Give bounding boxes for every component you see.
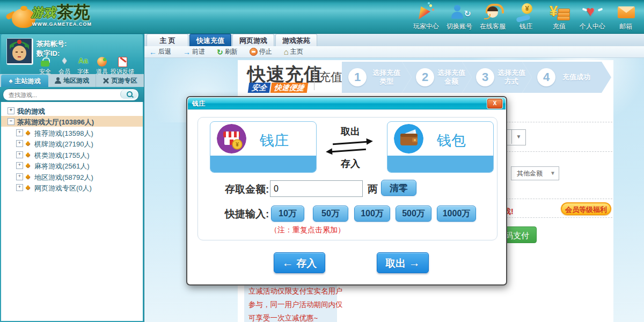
collapse-icon[interactable]: − [8, 118, 14, 125]
expand-icon[interactable]: + [8, 107, 14, 114]
step-2: 2 选择充值金额 [402, 62, 472, 93]
expand-icon[interactable]: + [16, 173, 23, 180]
crossed-swords-icon [103, 77, 109, 84]
item-bag-icon [96, 56, 108, 67]
tree-item-chess-card[interactable]: + ♣ 棋牌游戏(27190人) [1, 138, 143, 149]
dialog-title: 钱庄 [192, 99, 205, 108]
search-icon [127, 91, 133, 97]
font-icon: Aa [77, 56, 89, 67]
tree-item-recommended[interactable]: + ♣ 推荐游戏(13598人) [1, 127, 143, 138]
game-tree: + 我的游戏 − 茶苑游戏大厅(103896人) + ♣ 推荐游戏(13598人… [1, 102, 143, 321]
diamond-icon: ♦ [58, 56, 70, 67]
wallet-card[interactable]: 钱包 [387, 121, 494, 173]
header-nav: 玩家中心 ↻ 切换账号 在线客服 ¥ 钱庄 ¥ [409, 2, 642, 32]
quick-input-label: 快捷输入: [225, 207, 269, 221]
expand-icon[interactable]: + [16, 162, 23, 169]
sidebar-tabs: ♠主站游戏 地区游戏 页游专区 [0, 74, 144, 87]
quick-amount-button[interactable]: 10万 [271, 206, 304, 222]
lock-icon [39, 56, 51, 67]
logo-tagline: WWW.GAMETEA.COM [32, 21, 92, 27]
arrow-left-icon [332, 149, 366, 152]
amount-input[interactable] [270, 180, 363, 197]
deposit-direction-label: 存入 [341, 157, 360, 170]
tab-web-games[interactable]: 网页游戏 [232, 34, 274, 47]
banner-section-label: 充值 [319, 69, 342, 85]
avatar[interactable] [6, 38, 33, 65]
search-strip [0, 87, 144, 102]
nav-switch-account[interactable]: ↻ 切换账号 [443, 2, 476, 32]
logo-text-2: 茶苑 [57, 1, 90, 24]
arrow-right-icon [333, 141, 367, 145]
search-input[interactable] [8, 90, 117, 100]
forward-button[interactable]: → 前进 [183, 47, 205, 56]
banner-badge-fast: 快速便捷 [270, 83, 309, 93]
sidebar-tab-web-games[interactable]: 页游专区 [96, 75, 143, 87]
tree-item-webgame-zone[interactable]: + ♣ 网页游戏专区(0人) [1, 182, 143, 193]
nav-player-center[interactable]: 玩家中心 [409, 2, 443, 32]
back-button[interactable]: ← 后退 [149, 47, 171, 56]
account-label: 茶苑帐号: [36, 39, 67, 49]
banner-divider [314, 65, 314, 90]
withdraw-direction-label: 取出 [341, 125, 360, 138]
wallet-icon [394, 124, 423, 153]
other-amount-select[interactable]: 其他金额 ▼ [511, 166, 559, 180]
tree-item-game-hall[interactable]: − 茶苑游戏大厅(103896人) [1, 116, 143, 127]
stop-icon [250, 48, 258, 56]
nav-bank[interactable]: ¥ 钱庄 [509, 2, 543, 32]
dialog-titlebar[interactable]: 钱庄 X [188, 98, 506, 109]
arrow-right-icon: → [409, 257, 420, 269]
club-icon: ♣ [26, 139, 31, 147]
dialog-body-panel: ¥ 钱庄 取出 存入 钱包 [197, 117, 497, 240]
unit-label: 两 [368, 182, 378, 196]
vip-benefit-badge[interactable]: 会员等级福利 [561, 202, 611, 215]
search-box [3, 89, 139, 101]
step-4: 4 充值成功 [522, 62, 611, 93]
amount-label: 存取金额: [225, 182, 269, 196]
bank-dialog: 钱庄 X ¥ 钱庄 取出 存入 [186, 96, 507, 286]
tab-quick-recharge[interactable]: 快速充值 [189, 34, 231, 47]
tree-item-chess[interactable]: + ♣ 棋类游戏(1755人) [1, 149, 143, 160]
tree-item-mahjong[interactable]: + ♣ 麻将游戏(2561人) [1, 160, 143, 171]
expand-icon[interactable]: + [16, 140, 23, 147]
chevron-down-icon: ▼ [550, 167, 555, 180]
sidebar-tab-main-games[interactable]: ♠主站游戏 [1, 75, 48, 87]
user-panel: 茶苑帐号: 数字ID: 安全 ♦ 会员 Aa 字体 道具 投诉反馈 [1, 34, 143, 74]
quick-amount-button[interactable]: 100万 [354, 206, 390, 222]
expand-icon[interactable]: + [16, 184, 23, 191]
stop-button[interactable]: 停止 [250, 47, 272, 56]
clear-button[interactable]: 清零 [381, 180, 416, 196]
banner-badge-safe: 安全 [248, 83, 271, 93]
quick-amount-button[interactable]: 50万 [313, 206, 348, 222]
bank-icon: ¥ [515, 3, 537, 23]
club-icon: ♣ [26, 150, 31, 158]
quick-action-feedback[interactable]: 投诉反馈 [111, 56, 134, 76]
tab-home[interactable]: 主 页 [147, 34, 188, 47]
tree-item-my-games[interactable]: + 我的游戏 [1, 105, 143, 116]
tab-gametea[interactable]: 游戏茶苑 [275, 34, 317, 47]
quick-amount-button[interactable]: 1000万 [437, 206, 476, 222]
expand-icon[interactable]: + [16, 151, 23, 158]
refresh-button[interactable]: ↻ 刷新 [217, 47, 238, 56]
search-button[interactable] [120, 90, 138, 99]
quick-amount-button[interactable]: 500万 [396, 206, 431, 222]
sidebar-tab-region-games[interactable]: 地区游戏 [49, 75, 94, 87]
tree-item-region[interactable]: + ♣ 地区游戏(58792人) [1, 171, 143, 182]
club-icon: ♣ [26, 161, 31, 169]
svg-text:¥: ¥ [236, 142, 239, 148]
deposit-button[interactable]: ← 存入 [274, 252, 325, 273]
home-button[interactable]: ⌂ 主页 [284, 47, 303, 56]
home-icon: ⌂ [284, 47, 289, 56]
nav-personal-center[interactable]: ♥ 个人中心 [576, 2, 609, 32]
wallet-card-label: 钱包 [437, 131, 466, 150]
browser-toolbar: ← 后退 → 前进 ↻ 刷新 停止 ⌂ 主页 [144, 46, 644, 58]
club-icon: ♣ [26, 128, 31, 136]
bank-card[interactable]: ¥ 钱庄 [210, 121, 317, 173]
withdraw-button[interactable]: 取出 → [377, 252, 429, 273]
arrow-left-icon: ← [282, 257, 294, 269]
expand-icon[interactable]: + [16, 129, 23, 136]
nav-recharge[interactable]: ¥ 充值 [543, 2, 576, 32]
nav-customer-service[interactable]: 在线客服 [476, 2, 509, 32]
main-tab-bar: 主 页 快速充值 网页游戏 游戏茶苑 [144, 33, 644, 47]
nav-mail[interactable]: 邮箱 [609, 2, 642, 32]
close-icon[interactable]: X [487, 99, 502, 108]
